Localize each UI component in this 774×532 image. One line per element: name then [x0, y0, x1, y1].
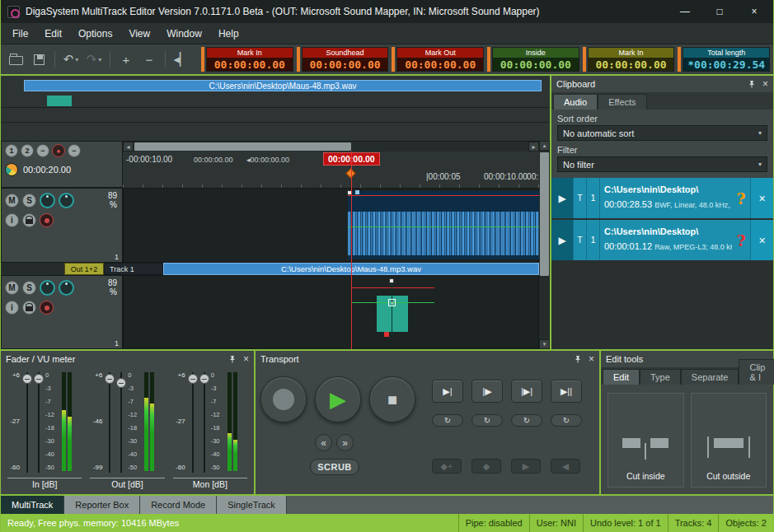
tab-edit[interactable]: Edit — [603, 369, 640, 385]
track-1-lane[interactable] — [123, 188, 539, 263]
play-from-mark-button[interactable]: |▶ — [471, 380, 503, 403]
menu-help[interactable]: Help — [210, 25, 247, 43]
next-marker-button[interactable]: ▶ — [511, 459, 541, 474]
clip-handle-icon[interactable] — [355, 190, 359, 194]
slider-thumb[interactable] — [188, 374, 198, 384]
pin-icon[interactable] — [748, 80, 756, 88]
tab-multitrack[interactable]: MultiTrack — [1, 496, 64, 514]
scroll-track[interactable] — [134, 142, 528, 152]
remove-item-button[interactable]: × — [750, 178, 773, 218]
sort-order-select[interactable]: No automatic sort ▾ — [557, 125, 767, 141]
remove-item-button[interactable]: × — [750, 220, 773, 260]
menu-edit[interactable]: Edit — [36, 25, 70, 43]
play-to-mark-button[interactable]: ▶| — [432, 380, 463, 403]
scroll-up-arrow[interactable]: ▴ — [539, 141, 550, 151]
tab-record-mode[interactable]: Record Mode — [140, 496, 217, 514]
tab-singletrack[interactable]: SingleTrack — [217, 496, 287, 514]
minimize-button[interactable]: — — [668, 1, 702, 22]
mute-button[interactable]: M — [5, 194, 19, 208]
play-button[interactable]: ▶ — [315, 376, 361, 422]
select-track-1-button[interactable]: 1 — [5, 144, 18, 157]
output-routing-button[interactable]: Out 1+2 — [64, 263, 104, 275]
clip-handle-icon[interactable] — [389, 278, 394, 283]
mute-button[interactable]: M — [5, 281, 19, 295]
lock-button[interactable] — [22, 213, 36, 227]
record-button[interactable] — [260, 376, 307, 422]
marker-button[interactable]: ◆ — [471, 459, 501, 474]
slider-thumb[interactable] — [199, 374, 209, 384]
clip-level-line[interactable] — [348, 195, 539, 196]
scroll-down-arrow[interactable]: ▾ — [539, 339, 550, 349]
scroll-left-arrow[interactable]: ◂ — [123, 142, 134, 152]
remove-button[interactable]: − — [36, 144, 49, 157]
undo-button[interactable]: ↶▾ — [60, 49, 82, 70]
loop-button[interactable]: ↻ — [471, 414, 503, 427]
loop-button[interactable]: ↻ — [432, 414, 463, 427]
play-around-button[interactable]: ▶|| — [551, 380, 582, 403]
slider-thumb[interactable] — [34, 374, 44, 384]
close-icon[interactable]: × — [589, 353, 594, 365]
clip-fade-line[interactable] — [348, 226, 539, 227]
fader-slider[interactable] — [199, 371, 209, 476]
track-name[interactable]: Track 1 — [104, 263, 163, 275]
clip-marker-icon[interactable]: v — [388, 299, 396, 306]
fader-slider[interactable] — [188, 371, 198, 476]
fader-slider[interactable] — [116, 371, 126, 476]
slider-thumb[interactable] — [116, 378, 126, 388]
select-track-2-button[interactable]: 2 — [21, 144, 34, 157]
insert-marker-button[interactable]: ◆+ — [432, 459, 462, 474]
scroll-right-arrow[interactable]: ▸ — [528, 142, 539, 152]
play-icon[interactable]: ▶ — [551, 178, 573, 218]
volume-knob[interactable] — [59, 280, 74, 296]
slider-thumb[interactable] — [105, 374, 115, 384]
maximize-button[interactable]: □ — [702, 1, 737, 22]
vertical-scrollbar[interactable]: ▴ ▾ — [539, 141, 550, 349]
tab-effects[interactable]: Effects — [598, 94, 646, 110]
zoom-out-button[interactable]: − — [138, 49, 160, 70]
cut-outside-button[interactable]: Cut outside — [691, 393, 767, 488]
skip-back-button[interactable]: « — [315, 434, 332, 451]
menu-options[interactable]: Options — [70, 25, 120, 43]
tab-reporter-box[interactable]: Reporter Box — [64, 496, 140, 514]
scrub-button[interactable]: SCRUB — [310, 459, 359, 475]
skip-forward-button[interactable]: » — [336, 434, 354, 451]
collapse-button[interactable]: − — [68, 144, 81, 157]
prev-marker-button[interactable]: ◀ — [551, 459, 580, 474]
record-enable-button[interactable] — [40, 213, 54, 227]
record-enable-button[interactable] — [40, 301, 54, 315]
clip-level-line[interactable] — [352, 287, 434, 288]
menu-window[interactable]: Window — [158, 25, 210, 43]
scroll-thumb[interactable] — [540, 152, 549, 276]
menu-view[interactable]: View — [120, 25, 158, 43]
audio-clip[interactable] — [348, 191, 539, 259]
audio-clip-small[interactable]: v — [377, 281, 408, 335]
solo-button[interactable]: S — [22, 194, 36, 208]
loop-button[interactable]: ↻ — [551, 414, 582, 427]
tab-separate[interactable]: Separate — [681, 369, 739, 385]
save-button[interactable] — [28, 49, 49, 70]
clipboard-item[interactable]: ▶ T 1 C:\Users\nin\Desktop\ 00:00:01.12R… — [551, 220, 773, 262]
solo-button[interactable]: S — [22, 281, 36, 295]
fader-slider[interactable] — [34, 371, 44, 476]
clip-handle-icon[interactable] — [384, 332, 389, 337]
lock-button[interactable] — [22, 301, 36, 315]
close-icon[interactable]: × — [762, 78, 768, 90]
pin-icon[interactable] — [574, 355, 582, 363]
open-button[interactable] — [5, 49, 26, 70]
scroll-thumb[interactable] — [134, 142, 351, 151]
cut-inside-button[interactable]: Cut inside — [607, 393, 684, 488]
filter-select[interactable]: No filter ▾ — [557, 156, 767, 172]
marker-button[interactable]: ◂▏ — [171, 49, 192, 70]
close-button[interactable]: × — [737, 1, 772, 22]
play-icon[interactable]: ▶ — [551, 220, 573, 260]
clipboard-item[interactable]: ▶ T 1 C:\Users\nin\Desktop\ 00:00:28.53B… — [551, 178, 773, 220]
overview-clip[interactable]: C:\Users\nin\Desktop\Maus-48.mp3.wav — [24, 80, 542, 91]
pan-knob[interactable] — [40, 280, 55, 296]
volume-knob[interactable] — [59, 193, 74, 208]
horizontal-scrollbar[interactable]: ◂ ▸ — [123, 142, 539, 152]
play-selection-button[interactable]: |▶| — [511, 380, 542, 403]
fader-slider[interactable] — [105, 371, 115, 476]
close-icon[interactable]: × — [243, 353, 249, 365]
tab-clip[interactable]: Clip & I — [739, 359, 774, 385]
menu-file[interactable]: File — [4, 25, 36, 43]
